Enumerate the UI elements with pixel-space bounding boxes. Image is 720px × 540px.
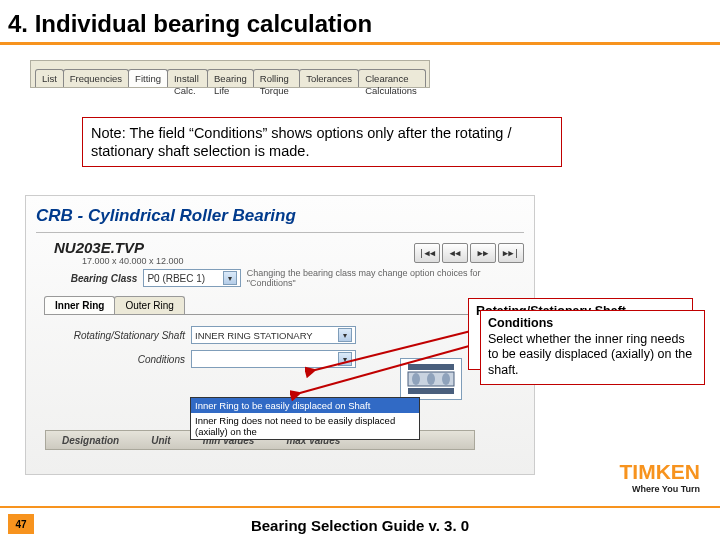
app-heading: CRB - Cylindrical Roller Bearing (26, 196, 534, 230)
footer-title: Bearing Selection Guide v. 3. 0 (0, 517, 720, 534)
conditions-label: Conditions (46, 354, 191, 365)
bearing-designation: NU203E.TVP (54, 239, 184, 256)
nav-prev-button[interactable]: ◀◀ (442, 243, 468, 263)
bearing-dimensions: 17.000 x 40.000 x 12.000 (54, 256, 184, 266)
top-tab[interactable]: Clearance Calculations (358, 69, 426, 87)
nav-last-button[interactable]: ▶▶| (498, 243, 524, 263)
brand-tagline: Where You Turn (620, 484, 701, 494)
top-tab[interactable]: Install Calc. (167, 69, 208, 87)
bearing-class-value: P0 (RBEC 1) (147, 273, 205, 284)
top-tab[interactable]: List (35, 69, 64, 87)
dropdown-option[interactable]: Inner Ring does not need to be easily di… (191, 413, 419, 439)
brand-name: TIMKEN (620, 460, 701, 484)
note-box: Note: The field “Conditions” shows optio… (82, 117, 562, 167)
callout-arrow (290, 335, 490, 405)
top-tab-bar: List Frequencies Fitting Install Calc. B… (30, 60, 430, 88)
chevron-down-icon: ▾ (223, 271, 237, 285)
top-tab[interactable]: Tolerances (299, 69, 359, 87)
title-rule (0, 42, 720, 45)
tab-outer-ring[interactable]: Outer Ring (114, 296, 184, 314)
rotating-stationary-label: Rotating/Stationary Shaft (46, 330, 191, 341)
tab-inner-ring[interactable]: Inner Ring (44, 296, 115, 314)
top-tab[interactable]: Frequencies (63, 69, 129, 87)
nav-first-button[interactable]: |◀◀ (414, 243, 440, 263)
bearing-class-info: Changing the bearing class may change op… (241, 268, 524, 288)
callout-heading: Conditions (488, 316, 697, 332)
callout-conditions: Conditions Select whether the inner ring… (480, 310, 705, 385)
bearing-class-label: Bearing Class (46, 273, 143, 284)
slide-title: 4. Individual bearing calculation (0, 0, 720, 42)
top-tab[interactable]: Rolling Torque (253, 69, 300, 87)
nav-next-button[interactable]: ▶▶ (470, 243, 496, 263)
footer-rule (0, 506, 720, 508)
col-unit: Unit (135, 435, 186, 446)
brand-logo: TIMKEN Where You Turn (620, 460, 701, 494)
record-nav: |◀◀ ◀◀ ▶▶ ▶▶| (414, 243, 524, 263)
col-designation: Designation (46, 435, 135, 446)
ring-tabs: Inner Ring Outer Ring (44, 296, 524, 315)
svg-line-7 (300, 343, 480, 393)
top-tab[interactable]: Bearing Life (207, 69, 254, 87)
callout-body: Select whether the inner ring needs to b… (488, 332, 697, 379)
bearing-class-combo[interactable]: P0 (RBEC 1) ▾ (143, 269, 240, 287)
top-tab-active[interactable]: Fitting (128, 69, 168, 87)
